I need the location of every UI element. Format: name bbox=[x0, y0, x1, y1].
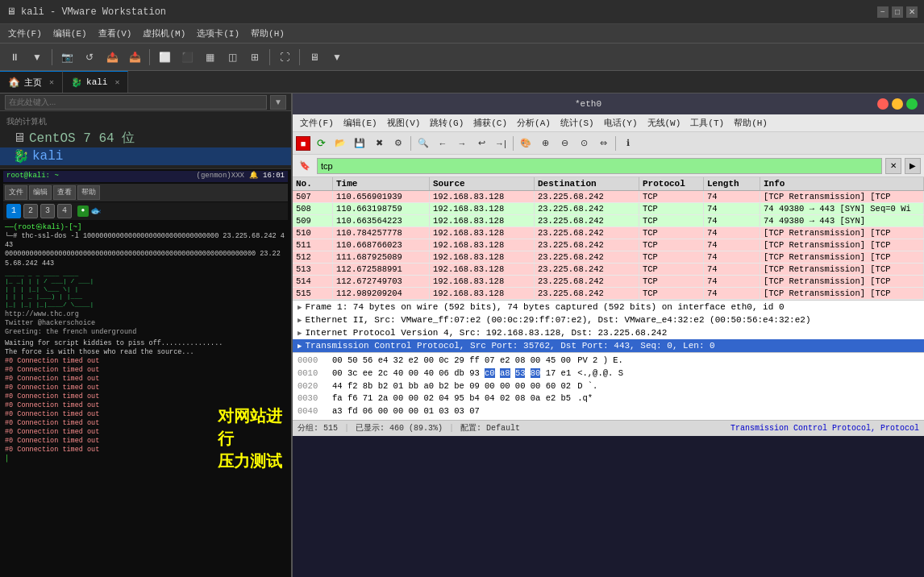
toolbar-view2[interactable]: ⬛ bbox=[177, 48, 197, 67]
ws-expert-info[interactable]: ℹ bbox=[619, 135, 637, 152]
ws-menu-tools[interactable]: 工具(T) bbox=[686, 115, 728, 131]
list-item[interactable]: ▶ Transmission Control Protocol, Src Por… bbox=[293, 339, 924, 352]
toolbar-send[interactable]: 📤 bbox=[102, 48, 122, 67]
ws-menu-help[interactable]: 帮助(H) bbox=[730, 115, 772, 131]
toolbar-view1[interactable]: ⬜ bbox=[155, 48, 174, 67]
menu-view[interactable]: 查看(V) bbox=[94, 26, 137, 41]
toolbar-view4[interactable]: ◫ bbox=[223, 48, 242, 67]
menu-file[interactable]: 文件(F) bbox=[3, 26, 47, 41]
ws-resize-cols[interactable]: ⇔ bbox=[594, 135, 612, 152]
ws-save-btn[interactable]: 💾 bbox=[351, 135, 368, 152]
ws-maximize[interactable] bbox=[906, 98, 918, 110]
filter-clear-btn[interactable]: ✕ bbox=[885, 158, 901, 174]
address-go[interactable]: ▼ bbox=[270, 95, 286, 110]
toolbar-receive[interactable]: 📥 bbox=[125, 48, 144, 67]
ws-menu-stats[interactable]: 统计(S) bbox=[556, 115, 598, 131]
list-item[interactable]: ▶ Frame 1: 74 bytes on wire (592 bits), … bbox=[293, 301, 924, 313]
ws-menu-phone[interactable]: 电话(Y) bbox=[600, 115, 642, 131]
sidebar-kali[interactable]: 🐉 kali bbox=[0, 147, 291, 165]
ws-find-btn[interactable]: 🔍 bbox=[414, 135, 432, 152]
toolbar-dropdown[interactable]: ▼ bbox=[27, 48, 47, 67]
list-item[interactable]: ▶ Ethernet II, Src: VMware_ff:07:e2 (00:… bbox=[293, 313, 924, 326]
ws-menu-file[interactable]: 文件(F) bbox=[296, 115, 338, 131]
kali-edit-btn[interactable]: 编辑 bbox=[29, 185, 52, 200]
cell-len: 74 bbox=[704, 288, 760, 299]
wireshark-menu: 文件(F) 编辑(E) 视图(V) 跳转(G) 捕获(C) 分析(A) 统计(S… bbox=[293, 114, 924, 132]
ws-menu-capture[interactable]: 捕获(C) bbox=[469, 115, 511, 131]
ws-menu-wireless[interactable]: 无线(W) bbox=[643, 115, 685, 131]
time-display: 16:01 bbox=[263, 172, 285, 181]
table-row[interactable]: 507 110.656901939 192.168.83.128 23.225.… bbox=[293, 191, 924, 203]
maximize-button[interactable]: □ bbox=[892, 6, 903, 18]
tab-4[interactable]: 4 bbox=[57, 204, 72, 218]
toolbar-snap[interactable]: 📷 bbox=[57, 48, 77, 67]
list-item[interactable]: ▶ Internet Protocol Version 4, Src: 192.… bbox=[293, 326, 924, 339]
kali-terminal[interactable]: root@kali: ~ (genmon)XXX 🔔 16:01 文件 编辑 查… bbox=[0, 169, 291, 577]
ws-zoom-in[interactable]: ⊕ bbox=[536, 135, 554, 152]
tab-home[interactable]: 🏠 主页 ✕ bbox=[0, 71, 63, 93]
menu-tabs[interactable]: 选项卡(I) bbox=[192, 26, 244, 41]
toolbar-revert[interactable]: ↺ bbox=[80, 48, 99, 67]
tab-kali-close[interactable]: ✕ bbox=[114, 77, 119, 87]
table-row[interactable]: 512 111.687925089 192.168.83.128 23.225.… bbox=[293, 251, 924, 264]
toolbar-display[interactable]: 🖥 bbox=[305, 48, 324, 67]
filter-input[interactable] bbox=[317, 158, 882, 174]
kali-file-btn[interactable]: 文件 bbox=[5, 185, 27, 200]
tab-home-close[interactable]: ✕ bbox=[49, 77, 54, 87]
tab-1[interactable]: 1 bbox=[6, 204, 21, 218]
address-input[interactable] bbox=[5, 95, 267, 110]
filter-apply-btn[interactable]: ▶ bbox=[905, 158, 921, 174]
ws-restart-btn[interactable]: ⟳ bbox=[312, 135, 330, 152]
table-row[interactable]: 511 110.668766023 192.168.83.128 23.225.… bbox=[293, 239, 924, 251]
left-panel: ▼ 我的计算机 🖥 CentOS 7 64 位 🐉 kali root@kali… bbox=[0, 93, 293, 577]
table-row[interactable]: 515 112.989209204 192.168.83.128 23.225.… bbox=[293, 288, 924, 300]
sidebar-centos[interactable]: 🖥 CentOS 7 64 位 bbox=[0, 129, 291, 147]
table-row[interactable]: 514 112.672749703 192.168.83.128 23.225.… bbox=[293, 276, 924, 288]
tab-2[interactable]: 2 bbox=[23, 204, 38, 218]
table-row[interactable]: 509 110.663564223 192.168.83.128 23.225.… bbox=[293, 215, 924, 227]
vmware-icon: 🖥 bbox=[6, 6, 16, 18]
menu-vm[interactable]: 虚拟机(M) bbox=[138, 26, 190, 41]
hex-ascii: .q* bbox=[577, 392, 593, 405]
table-row[interactable]: 510 110.784257778 192.168.83.128 23.225.… bbox=[293, 227, 924, 239]
table-row[interactable]: 508 110.663198759 192.168.83.128 23.225.… bbox=[293, 203, 924, 215]
cell-len: 74 bbox=[704, 251, 760, 263]
ascii-4: | | | _ |___) | |___ bbox=[5, 293, 286, 301]
ws-stop-btn[interactable]: ■ bbox=[296, 136, 310, 151]
kali-view-btn[interactable]: 查看 bbox=[53, 185, 76, 200]
close-button[interactable]: ✕ bbox=[906, 6, 918, 18]
cell-len: 74 bbox=[704, 227, 760, 239]
ws-normal-size[interactable]: ⊙ bbox=[575, 135, 593, 152]
ws-back-btn[interactable]: ← bbox=[434, 135, 452, 152]
ws-close[interactable] bbox=[877, 98, 889, 110]
cell-info: [TCP Retransmission] [TCP bbox=[760, 239, 924, 251]
kali-help-btn[interactable]: 帮助 bbox=[77, 185, 100, 200]
tab-3[interactable]: 3 bbox=[40, 204, 55, 218]
toolbar-view5[interactable]: ⊞ bbox=[245, 48, 264, 67]
menu-help[interactable]: 帮助(H) bbox=[246, 26, 289, 41]
ws-menu-goto[interactable]: 跳转(G) bbox=[426, 115, 468, 131]
toolbar-fullscreen[interactable]: ⛶ bbox=[275, 48, 294, 67]
ws-menu-edit[interactable]: 编辑(E) bbox=[339, 115, 381, 131]
menu-edit[interactable]: 编辑(E) bbox=[48, 26, 92, 41]
ws-jump-btn[interactable]: ↩ bbox=[472, 135, 490, 152]
ws-menu-analyze[interactable]: 分析(A) bbox=[513, 115, 555, 131]
titlebar-left: 🖥 kali - VMware Workstation bbox=[6, 6, 166, 18]
ws-zoom-out[interactable]: ⊖ bbox=[556, 135, 573, 152]
cell-dst: 23.225.68.242 bbox=[535, 203, 639, 214]
toolbar-view3[interactable]: ▦ bbox=[200, 48, 219, 67]
ws-menu-view[interactable]: 视图(V) bbox=[383, 115, 425, 131]
cell-len: 74 bbox=[704, 191, 760, 202]
toolbar-display-dropdown[interactable]: ▼ bbox=[327, 48, 347, 67]
toolbar-pause[interactable]: ⏸ bbox=[5, 48, 24, 67]
table-row[interactable]: 513 112.672588991 192.168.83.128 23.225.… bbox=[293, 264, 924, 276]
ws-fwd-btn[interactable]: → bbox=[453, 135, 471, 152]
ws-minimize[interactable] bbox=[892, 98, 903, 110]
tab-kali[interactable]: 🐉 kali ✕ bbox=[63, 71, 128, 93]
ws-close-file-btn[interactable]: ✖ bbox=[370, 135, 388, 152]
minimize-button[interactable]: − bbox=[877, 6, 889, 18]
ws-color-btn[interactable]: 🎨 bbox=[517, 135, 535, 152]
ws-follow-btn[interactable]: →| bbox=[492, 135, 510, 152]
ws-options-btn[interactable]: ⚙ bbox=[389, 135, 407, 152]
ws-open-btn[interactable]: 📂 bbox=[331, 135, 349, 152]
